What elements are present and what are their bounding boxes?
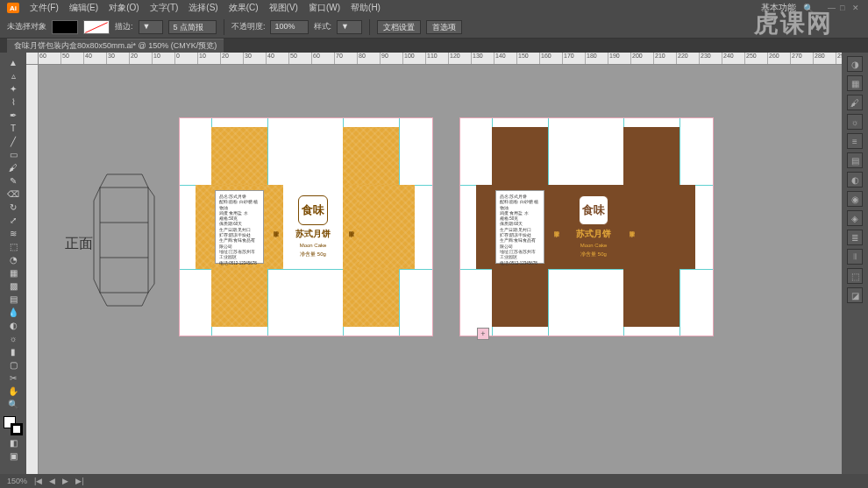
- pencil-tool-icon[interactable]: ✎: [8, 174, 19, 187]
- gradient-tool-icon[interactable]: ▤: [8, 293, 19, 305]
- canvas[interactable]: 正面: [39, 65, 842, 474]
- brushes-panel-icon[interactable]: 🖌: [847, 95, 863, 110]
- net-weight: 净含量 50g: [300, 251, 326, 258]
- opacity-label: 不透明度:: [231, 21, 266, 32]
- artboard-nav-next-icon[interactable]: ▶: [62, 477, 68, 485]
- perspective-tool-icon[interactable]: ▦: [8, 266, 19, 279]
- stroke-panel-icon[interactable]: ≡: [847, 133, 863, 149]
- pathfinder-panel-icon[interactable]: ◪: [847, 287, 863, 303]
- nutrition-info-panel: 品名:苏式月饼 配料:面粉 白砂糖 植物油 鸡蛋 食用盐 水 规格:50克 保质…: [215, 190, 264, 264]
- front-face-label: 正面: [65, 235, 93, 253]
- menu-bar: Ai 文件(F) 编辑(E) 对象(O) 文字(T) 选择(S) 效果(C) 视…: [0, 0, 868, 16]
- type-tool-icon[interactable]: T: [8, 122, 19, 134]
- brand-logo: 食味: [579, 195, 608, 225]
- menu-file[interactable]: 文件(F): [30, 2, 59, 14]
- blend-tool-icon[interactable]: ◐: [8, 319, 19, 331]
- zoom-tool-icon[interactable]: 🔍: [8, 398, 19, 410]
- stroke-profile-dropdown[interactable]: 5 点简报: [168, 20, 217, 34]
- status-bar: 150% |◀ ◀ ▶ ▶|: [0, 474, 868, 488]
- eraser-tool-icon[interactable]: ⌫: [8, 187, 19, 200]
- menu-window[interactable]: 窗口(W): [309, 2, 340, 14]
- symbol-tool-icon[interactable]: ☼: [8, 332, 19, 344]
- workspace: 6050403020100102030405060708090100110120…: [26, 53, 842, 474]
- appearance-panel-icon[interactable]: ◉: [847, 191, 863, 207]
- artboard-2: 品名:苏式月饼 配料:面粉 白砂糖 植物油 鸡蛋 食用盐 水 规格:50克 保质…: [459, 117, 714, 336]
- menu-view[interactable]: 视图(V): [269, 2, 298, 14]
- doc-setup-button[interactable]: 文档设置: [377, 20, 421, 34]
- rotate-tool-icon[interactable]: ↻: [8, 201, 19, 213]
- side-text-right: 同享家味: [343, 185, 359, 269]
- artboard-1: 品名:苏式月饼 配料:面粉 白砂糖 植物油 鸡蛋 食用盐 水 规格:50克 保质…: [179, 117, 433, 336]
- panel-dock: ◑ ▦ 🖌 ☼ ≡ ▤ ◐ ◉ ◈ ≣ ⫴ ⬚ ◪: [842, 53, 868, 474]
- artboard-nav-prev-icon[interactable]: ◀: [49, 477, 55, 485]
- eyedropper-tool-icon[interactable]: 💧: [8, 306, 19, 318]
- menu-effect[interactable]: 效果(C): [229, 2, 259, 14]
- side-text-left: 同享家味: [548, 185, 564, 269]
- screen-mode-icon[interactable]: ▣: [8, 449, 19, 462]
- magic-wand-tool-icon[interactable]: ✦: [8, 82, 19, 95]
- color-panel-icon[interactable]: ◑: [847, 56, 863, 72]
- zoom-level[interactable]: 150%: [7, 477, 27, 485]
- menu-help[interactable]: 帮助(H): [351, 2, 381, 14]
- rectangle-tool-icon[interactable]: ▭: [8, 148, 19, 160]
- nutrition-info-panel: 品名:苏式月饼 配料:面粉 白砂糖 植物油 鸡蛋 食用盐 水 规格:50克 保质…: [495, 190, 544, 264]
- layers-panel-icon[interactable]: ≣: [847, 230, 863, 245]
- line-tool-icon[interactable]: ╱: [8, 135, 19, 147]
- brand-logo: 食味: [298, 195, 328, 225]
- style-dropdown[interactable]: ▼: [337, 20, 362, 34]
- direct-select-tool-icon[interactable]: ▵: [8, 69, 19, 81]
- artboard-nav-first-icon[interactable]: |◀: [34, 477, 42, 485]
- search-icon[interactable]: 🔍: [803, 4, 814, 13]
- pen-tool-icon[interactable]: ✒: [8, 109, 19, 121]
- ruler-horizontal[interactable]: 6050403020100102030405060708090100110120…: [39, 53, 842, 65]
- stroke-label: 描边:: [115, 21, 133, 32]
- transparency-panel-icon[interactable]: ◐: [847, 172, 863, 187]
- hand-tool-icon[interactable]: ✋: [8, 385, 19, 397]
- menu-type[interactable]: 文字(T): [150, 2, 179, 14]
- color-mode-icon[interactable]: ◧: [8, 436, 19, 449]
- side-text-right: 同享家味: [623, 185, 639, 269]
- mesh-tool-icon[interactable]: ▩: [8, 279, 19, 292]
- width-tool-icon[interactable]: ≋: [8, 227, 19, 239]
- swatches-panel-icon[interactable]: ▦: [847, 75, 863, 91]
- gradient-panel-icon[interactable]: ▤: [847, 152, 863, 168]
- free-transform-tool-icon[interactable]: ⬚: [8, 240, 19, 252]
- selection-label: 未选择对象: [7, 21, 46, 32]
- symbols-panel-icon[interactable]: ☼: [847, 114, 863, 130]
- close-icon[interactable]: ✕: [852, 4, 861, 12]
- menu-edit[interactable]: 编辑(E): [69, 2, 98, 14]
- stroke-swatch[interactable]: [83, 20, 110, 34]
- artboard-nav-last-icon[interactable]: ▶|: [75, 477, 83, 485]
- graph-tool-icon[interactable]: ▮: [8, 345, 19, 357]
- fill-stroke-control[interactable]: [4, 416, 23, 435]
- transform-panel-icon[interactable]: ⬚: [847, 268, 863, 284]
- stroke-weight-dropdown[interactable]: ▼: [139, 20, 164, 34]
- document-tab[interactable]: 食味月饼包装内盒80x80x50mm.ai* @ 150% (CMYK/预览): [7, 39, 224, 53]
- prefs-button[interactable]: 首选项: [426, 20, 462, 34]
- style-label: 样式:: [314, 21, 332, 32]
- minimize-icon[interactable]: —: [828, 4, 836, 12]
- opacity-dropdown[interactable]: 100%: [270, 20, 308, 34]
- graphic-styles-panel-icon[interactable]: ◈: [847, 210, 863, 226]
- side-text-left: 同享家味: [267, 185, 283, 269]
- shape-builder-tool-icon[interactable]: ◔: [8, 253, 19, 265]
- selection-tool-icon[interactable]: ▲: [8, 56, 19, 68]
- product-name: 苏式月饼: [576, 228, 611, 240]
- net-weight: 净含量 50g: [580, 251, 607, 258]
- slice-tool-icon[interactable]: ✂: [8, 371, 19, 384]
- fill-swatch[interactable]: [52, 20, 78, 34]
- menu-select[interactable]: 选择(S): [189, 2, 217, 14]
- brush-tool-icon[interactable]: 🖌: [8, 161, 19, 173]
- ruler-origin[interactable]: [26, 53, 39, 65]
- ruler-vertical[interactable]: [26, 65, 39, 474]
- artboard-tool-icon[interactable]: ▢: [8, 358, 19, 371]
- maximize-icon[interactable]: □: [840, 4, 849, 12]
- document-tab-strip: 食味月饼包装内盒80x80x50mm.ai* @ 150% (CMYK/预览): [0, 39, 868, 53]
- toolbox: ▲ ▵ ✦ ⌇ ✒ T ╱ ▭ 🖌 ✎ ⌫ ↻ ⤢ ≋ ⬚ ◔ ▦ ▩ ▤ 💧 …: [0, 53, 26, 474]
- svg-rect-0: [100, 187, 148, 293]
- scale-tool-icon[interactable]: ⤢: [8, 214, 19, 226]
- align-panel-icon[interactable]: ⫴: [847, 249, 863, 265]
- lasso-tool-icon[interactable]: ⌇: [8, 95, 19, 108]
- workspace-switcher[interactable]: 基本功能: [761, 2, 796, 14]
- menu-object[interactable]: 对象(O): [109, 2, 139, 14]
